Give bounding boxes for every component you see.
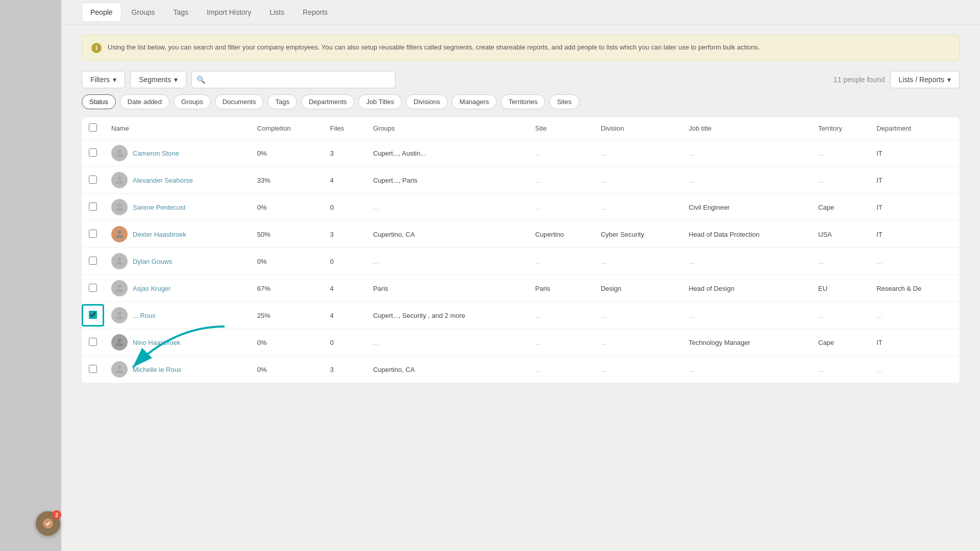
filter-tag-territories[interactable]: Territories <box>501 94 545 109</box>
people-table: Name Completion Files Groups Site Divisi… <box>82 117 960 383</box>
person-name-link[interactable]: Nino Haasbroek <box>133 339 180 346</box>
table-row: Cameron Stone0%3Cupert..., Austin.......… <box>82 140 960 167</box>
cell-territory: Cape <box>811 194 869 221</box>
cell-files: 3 <box>323 356 366 383</box>
cell-site: ... <box>528 167 593 194</box>
filter-tag-managers[interactable]: Managers <box>452 94 497 109</box>
search-box: 🔍 <box>191 71 396 88</box>
tab-reports[interactable]: Reports <box>295 3 336 21</box>
cell-department: IT <box>869 194 960 221</box>
tab-groups[interactable]: Groups <box>124 3 163 21</box>
col-job-title: Job title <box>681 117 811 140</box>
cell-job-title: ... <box>681 167 811 194</box>
cell-files: 3 <box>323 221 366 248</box>
filters-label: Filters <box>90 76 110 84</box>
cell-job-title: Head of Design <box>681 275 811 302</box>
cell-job-title: ... <box>681 140 811 167</box>
svg-point-5 <box>117 285 121 288</box>
notification-icon <box>42 517 54 530</box>
svg-point-2 <box>117 204 121 207</box>
filter-tags-bar: Status Date added Groups Documents Tags … <box>82 94 960 109</box>
cell-site: Cupertino <box>528 221 593 248</box>
cell-department: ... <box>869 248 960 275</box>
tab-import-history[interactable]: Import History <box>199 3 259 21</box>
cell-files: 0 <box>323 329 366 356</box>
tab-people[interactable]: People <box>82 3 121 22</box>
filter-tag-sites[interactable]: Sites <box>549 94 579 109</box>
person-name-link[interactable]: ... Roux <box>133 312 156 319</box>
cell-files: 4 <box>323 275 366 302</box>
filter-tag-tags[interactable]: Tags <box>267 94 297 109</box>
search-icon: 🔍 <box>197 76 205 84</box>
cell-territory: ... <box>811 140 869 167</box>
filter-tag-job-titles[interactable]: Job Titles <box>358 94 402 109</box>
cell-completion: 50% <box>250 221 323 248</box>
notification-count: 2 <box>52 510 61 519</box>
segments-button[interactable]: Segments ▾ <box>130 71 186 88</box>
cell-completion: 0% <box>250 248 323 275</box>
cell-division: ... <box>594 140 681 167</box>
row-checkbox[interactable] <box>89 176 97 184</box>
table-row: Nino Haasbroek0%0.........Technology Man… <box>82 329 960 356</box>
cell-name: Michelle le Roux <box>104 356 250 383</box>
filter-tag-status[interactable]: Status <box>82 94 116 109</box>
lists-reports-button[interactable]: Lists / Reports ▾ <box>890 71 960 88</box>
row-checkbox[interactable] <box>89 148 97 157</box>
person-name-link[interactable]: Michelle le Roux <box>133 366 181 373</box>
cell-completion: 0% <box>250 194 323 221</box>
row-checkbox[interactable] <box>89 203 97 211</box>
filter-tag-departments[interactable]: Departments <box>301 94 354 109</box>
filter-tag-documents[interactable]: Documents <box>215 94 264 109</box>
search-input[interactable] <box>191 71 396 88</box>
person-name-link[interactable]: Cameron Stone <box>133 149 179 157</box>
cell-territory: ... <box>811 248 869 275</box>
cell-site: Paris <box>528 275 593 302</box>
segments-label: Segments <box>139 76 171 84</box>
select-all-checkbox[interactable] <box>89 123 97 132</box>
row-checkbox[interactable] <box>89 257 97 265</box>
cell-department: IT <box>869 140 960 167</box>
cell-groups: ... <box>366 194 528 221</box>
svg-point-4 <box>117 258 121 261</box>
person-name-link[interactable]: Alexander Seahorse <box>133 177 193 184</box>
cell-job-title: ... <box>681 248 811 275</box>
row-checkbox[interactable] <box>89 338 97 346</box>
cell-territory: EU <box>811 275 869 302</box>
filters-chevron-icon: ▾ <box>113 76 116 84</box>
table-row: Dexter Haasbroek50%3Cupertino, CACuperti… <box>82 221 960 248</box>
cell-name: ... Roux <box>104 302 250 329</box>
tab-tags[interactable]: Tags <box>165 3 197 21</box>
select-all-checkbox-cell <box>82 117 104 140</box>
cell-name: Cameron Stone <box>104 140 250 167</box>
filter-tag-date-added[interactable]: Date added <box>120 94 169 109</box>
svg-point-6 <box>117 312 121 315</box>
cell-division: Design <box>594 275 681 302</box>
person-name-link[interactable]: Dylan Gouws <box>133 258 172 265</box>
notification-badge[interactable]: 2 <box>36 511 60 536</box>
cell-territory: ... <box>811 167 869 194</box>
cell-division: ... <box>594 194 681 221</box>
cell-groups: Cupert..., Austin... <box>366 140 528 167</box>
filters-button[interactable]: Filters ▾ <box>82 71 125 88</box>
person-name-link[interactable]: Asjas Kruger <box>133 285 170 292</box>
person-name-link[interactable]: Dexter Haasbroek <box>133 231 186 238</box>
row-checkbox[interactable] <box>89 230 97 238</box>
info-banner: i Using the list below, you can search a… <box>82 35 960 61</box>
svg-point-3 <box>117 231 121 234</box>
cell-site: ... <box>528 302 593 329</box>
filter-tag-divisions[interactable]: Divisions <box>406 94 448 109</box>
row-checkbox[interactable] <box>89 365 97 373</box>
person-name-link[interactable]: Sarene Pentecust <box>133 204 185 211</box>
row-checkbox[interactable] <box>89 311 97 319</box>
row-checkbox[interactable] <box>89 284 97 292</box>
people-table-container: Name Completion Files Groups Site Divisi… <box>82 117 960 383</box>
table-row: Alexander Seahorse33%4Cupert..., Paris..… <box>82 167 960 194</box>
cell-completion: 0% <box>250 140 323 167</box>
filter-tag-groups[interactable]: Groups <box>174 94 211 109</box>
svg-point-7 <box>117 339 121 342</box>
table-row: Dylan Gouws0%0.................. <box>82 248 960 275</box>
cell-name: Alexander Seahorse <box>104 167 250 194</box>
cell-groups: Cupert..., Paris <box>366 167 528 194</box>
tab-lists[interactable]: Lists <box>261 3 292 21</box>
cell-site: ... <box>528 356 593 383</box>
